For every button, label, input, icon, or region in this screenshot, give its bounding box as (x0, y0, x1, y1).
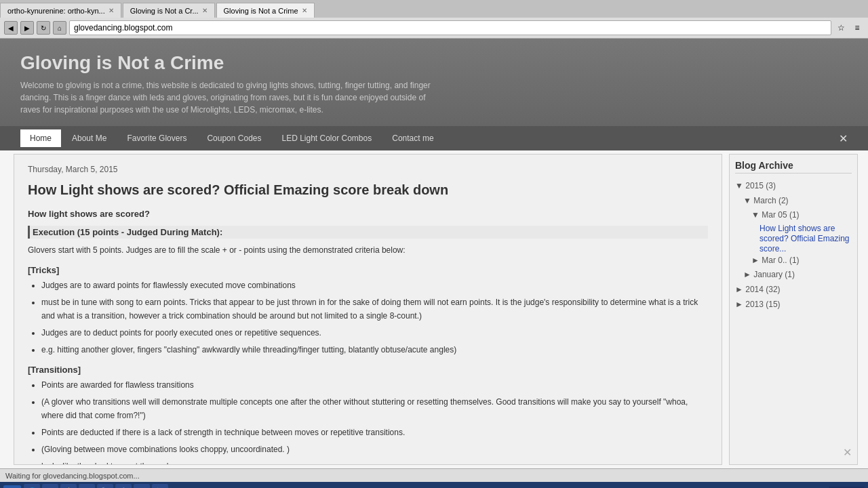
tab-3[interactable]: Gloving is Not a Crime ✕ (216, 3, 315, 18)
toolbar-icons: ☆ ≡ (834, 21, 864, 35)
tab-3-label: Gloving is Not a Crime (224, 7, 298, 15)
forward-button[interactable]: ▶ (20, 21, 34, 35)
archive-2014[interactable]: ► 2014 (32) (735, 283, 852, 298)
tricks-tag: [Tricks] (28, 265, 708, 275)
address-input[interactable] (69, 20, 831, 35)
tab-1-close[interactable]: ✕ (108, 7, 114, 14)
status-text: Waiting for glovedancing.blogspot.com... (5, 472, 140, 480)
blog-header: Gloving is Not a Crime Welcome to glovin… (0, 39, 868, 126)
blog-main: Thursday, March 5, 2015 How Light shows … (0, 150, 868, 468)
taskbar-icon-notes[interactable]: 📋 (115, 484, 132, 488)
blog-description: Welcome to gloving is not a crime, this … (20, 79, 441, 116)
nav-favorite-glovers[interactable]: Favorite Glovers (117, 129, 196, 147)
tab-bar: ortho-kynurenine: ortho-kyn... ✕ Gloving… (0, 0, 868, 18)
taskbar-icon-music[interactable]: 🎵 (134, 484, 150, 488)
back-button[interactable]: ◀ (4, 21, 18, 35)
taskbar-icon-phone[interactable]: 📞 (152, 484, 168, 488)
taskbar-icon-folder[interactable]: 📁 (42, 484, 58, 488)
start-button[interactable]: ⊞ (3, 485, 21, 488)
menu-icon[interactable]: ≡ (850, 21, 864, 35)
post-title: How Light shows are scored? Official Ema… (28, 181, 708, 199)
tricks-list: Judges are to award points for flawlessl… (41, 279, 708, 357)
taskbar-icons: 🌐 📁 ⭐ 🦊 🔧 📋 🎵 📞 (24, 484, 168, 488)
page-content: Gloving is Not a Crime Welcome to glovin… (0, 39, 868, 468)
blog-nav: Home About Me Favorite Glovers Coupon Co… (0, 126, 868, 150)
archive-2013[interactable]: ► 2013 (15) (735, 298, 852, 312)
list-item: looks like they had to reset themselves (41, 460, 708, 465)
archive-january[interactable]: ► January (1) (735, 268, 852, 283)
list-item: e.g. hitting another glover, fingers "cl… (41, 344, 708, 357)
list-item: Judges are to deduct points for poorly e… (41, 327, 708, 340)
nav-led-light[interactable]: LED Light Color Combos (272, 129, 381, 147)
nav-contact[interactable]: Contact me (382, 129, 443, 147)
taskbar-icon-tools[interactable]: 🔧 (97, 484, 113, 488)
sidebar-close-icon[interactable]: ✕ (843, 446, 852, 459)
list-item: (A glover who transitions well will demo… (41, 396, 708, 422)
archive-mar05[interactable]: ▼ Mar 05 (1) (735, 208, 852, 223)
list-item: Points are deducted if there is a lack o… (41, 426, 708, 439)
transitions-list: Points are awarded for flawless transiti… (41, 379, 708, 465)
taskbar-icon-star[interactable]: ⭐ (60, 484, 77, 488)
nav-close-icon[interactable]: ✕ (839, 132, 848, 145)
tab-1-label: ortho-kynurenine: ortho-kyn... (7, 7, 105, 15)
tab-2-label: Gloving is Not a Cr... (130, 7, 199, 15)
home-button[interactable]: ⌂ (53, 21, 66, 35)
list-item: Judges are to award points for flawlessl… (41, 279, 708, 292)
post-date: Thursday, March 5, 2015 (28, 165, 708, 174)
execution-heading: Execution (15 points - Judged During Mat… (28, 226, 708, 239)
transitions-tag: [Transitions] (28, 365, 708, 375)
archive-march[interactable]: ▼ March (2) (735, 194, 852, 209)
taskbar: ⊞ 🌐 📁 ⭐ 🦊 🔧 📋 🎵 📞 🔊 🌐 🛡 1:08 PM (0, 482, 868, 488)
address-bar-row: ◀ ▶ ↻ ⌂ ☆ ≡ (0, 18, 868, 38)
nav-home[interactable]: Home (20, 129, 61, 147)
browser-chrome: ortho-kynurenine: ortho-kyn... ✕ Gloving… (0, 0, 868, 39)
archive-post-link[interactable]: How Light shows are scored? Official Ema… (735, 223, 852, 253)
nav-about[interactable]: About Me (62, 129, 116, 147)
list-item: must be in tune with song to earn points… (41, 296, 708, 322)
archive-2015[interactable]: ▼ 2015 (3) (735, 179, 852, 194)
list-item: Points are awarded for flawless transiti… (41, 379, 708, 392)
blog-sidebar: Blog Archive ▼ 2015 (3) ▼ March (2) ▼ Ma… (729, 154, 858, 465)
reload-button[interactable]: ↻ (37, 21, 50, 35)
status-bar: Waiting for glovedancing.blogspot.com... (0, 468, 868, 482)
taskbar-icon-firefox[interactable]: 🦊 (79, 484, 95, 488)
blog-title: Gloving is Not a Crime (20, 52, 848, 74)
tab-2-close[interactable]: ✕ (202, 7, 208, 14)
star-icon[interactable]: ☆ (834, 21, 848, 35)
tab-1[interactable]: ortho-kynurenine: ortho-kyn... ✕ (0, 3, 121, 18)
taskbar-icon-browser[interactable]: 🌐 (24, 484, 40, 488)
archive-title: Blog Archive (735, 160, 852, 174)
execution-text: Glovers start with 5 points. Judges are … (28, 244, 708, 257)
tab-2[interactable]: Gloving is Not a Cr... ✕ (123, 3, 215, 18)
nav-coupon-codes[interactable]: Coupon Codes (197, 129, 271, 147)
list-item: (Gloving between move combinations looks… (41, 443, 708, 456)
blog-content: Thursday, March 5, 2015 How Light shows … (14, 154, 722, 465)
post-subtitle: How light shows are scored? (28, 209, 708, 219)
tab-3-close[interactable]: ✕ (302, 7, 307, 14)
archive-mar0x[interactable]: ► Mar 0.. (1) (735, 253, 852, 268)
